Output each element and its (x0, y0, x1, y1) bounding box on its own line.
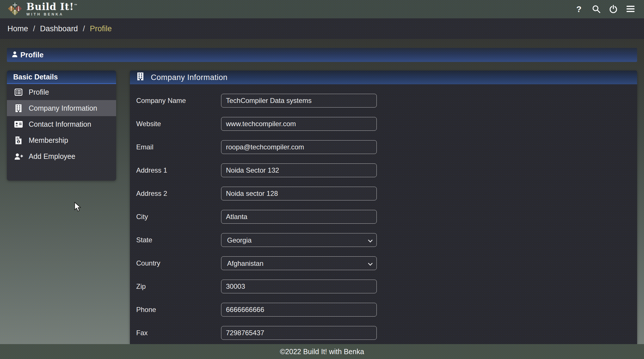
fax-input[interactable] (221, 326, 377, 340)
form-row: Country Afghanistan (130, 256, 637, 270)
trademark-symbol: ™ (74, 3, 78, 7)
power-icon (609, 5, 618, 14)
search-button[interactable] (590, 3, 603, 16)
brand-logo[interactable]: Build It!™ WITH BENKA (0, 1, 78, 18)
company-name-input[interactable] (221, 94, 377, 108)
state-label: State (136, 236, 221, 244)
phone-input[interactable] (221, 303, 377, 317)
form-row: City (130, 210, 637, 224)
footer-copyright: ©2022 Build It! with Benka (280, 348, 364, 356)
power-button[interactable] (607, 3, 620, 16)
city-label: City (136, 213, 221, 221)
user-icon (12, 51, 17, 58)
top-navbar: Build It!™ WITH BENKA ? (0, 0, 644, 18)
address1-label: Address 1 (136, 166, 221, 174)
breadcrumb-current-page: Profile (90, 24, 112, 33)
mouse-cursor (74, 202, 83, 212)
address2-input[interactable] (221, 187, 377, 200)
zip-label: Zip (136, 282, 221, 290)
page-title: Profile (20, 50, 44, 59)
zip-input[interactable] (221, 280, 377, 293)
panel-header: Company Information (130, 71, 637, 84)
address-card-icon (14, 121, 23, 128)
page-footer: ©2022 Build It! with Benka (0, 344, 644, 359)
sidebar-item-label: Company Information (29, 104, 97, 112)
email-label: Email (136, 143, 221, 151)
company-name-label: Company Name (136, 97, 221, 105)
breadcrumb: Home / Dashboard / Profile (0, 18, 644, 39)
address1-input[interactable] (221, 163, 377, 177)
user-plus-icon (14, 153, 23, 160)
sidebar-item-add-employee[interactable]: Add Employee (7, 148, 116, 164)
brand-text: Build It!™ WITH BENKA (26, 2, 78, 16)
breadcrumb-separator: / (83, 24, 85, 33)
brand-logo-icon (7, 1, 22, 18)
application-window: Build It!™ WITH BENKA ? (0, 0, 644, 359)
help-button[interactable]: ? (572, 3, 586, 16)
form-row: Fax (130, 326, 637, 340)
country-label: Country (136, 259, 221, 267)
panel-title: Company Information (151, 73, 228, 82)
email-input[interactable] (221, 140, 377, 154)
sidebar-header: Basic Details (7, 71, 116, 84)
svg-text:$: $ (17, 140, 19, 143)
sidebar-item-label: Contact Information (29, 120, 91, 128)
address2-label: Address 2 (136, 190, 221, 198)
search-icon (592, 5, 600, 14)
menu-button[interactable] (624, 3, 637, 16)
brand-title: Build It!™ (26, 2, 78, 11)
basic-details-sidebar: Basic Details Profile (7, 71, 116, 181)
company-form: Company Name Website Email Address 1 Add… (130, 84, 637, 340)
sidebar-item-label: Membership (29, 136, 68, 145)
form-row: Zip (130, 280, 637, 293)
fax-label: Fax (136, 329, 221, 337)
building-icon (14, 104, 23, 112)
sidebar-item-label: Profile (29, 88, 49, 96)
building-icon (137, 72, 143, 83)
form-row: Email (130, 140, 637, 154)
sidebar-item-profile[interactable]: Profile (7, 84, 116, 100)
help-icon: ? (576, 4, 581, 14)
navbar-actions: ? (572, 3, 644, 16)
company-information-panel: Company Information Company Name Website… (130, 71, 637, 344)
page-title-bar: Profile (7, 48, 637, 62)
website-input[interactable] (221, 117, 377, 131)
breadcrumb-home-link[interactable]: Home (7, 24, 28, 33)
breadcrumb-separator: / (33, 24, 35, 33)
phone-label: Phone (136, 306, 221, 314)
file-invoice-dollar-icon: $ (14, 136, 23, 144)
sidebar-item-membership[interactable]: $ Membership (7, 132, 116, 148)
form-row: State Georgia (130, 233, 637, 247)
breadcrumb-dashboard-link[interactable]: Dashboard (40, 24, 78, 33)
brand-subtitle: WITH BENKA (26, 13, 78, 16)
state-select[interactable]: Georgia (221, 233, 377, 247)
list-icon (14, 89, 23, 96)
sidebar-item-company-information[interactable]: Company Information (7, 100, 116, 116)
city-input[interactable] (221, 210, 377, 224)
form-row: Address 2 (130, 187, 637, 200)
form-row: Phone (130, 303, 637, 317)
menu-icon (626, 5, 635, 13)
form-row: Website (130, 117, 637, 131)
sidebar-item-contact-information[interactable]: Contact Information (7, 116, 116, 132)
form-row: Address 1 (130, 163, 637, 177)
country-select[interactable]: Afghanistan (221, 256, 377, 270)
website-label: Website (136, 120, 221, 128)
form-row: Company Name (130, 94, 637, 108)
sidebar-item-label: Add Employee (29, 152, 75, 161)
